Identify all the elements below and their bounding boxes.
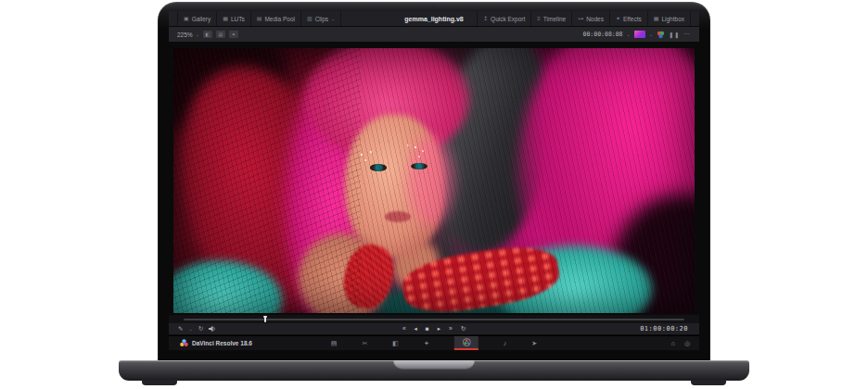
nodes-icon: ⊶ bbox=[578, 16, 583, 21]
transport-bar: ✎ ⌄ ↻ « ◂ ■ ▸ » ↻ 01:00:00:20 bbox=[169, 323, 699, 335]
gallery-label: Gallery bbox=[192, 16, 211, 22]
gallery-button[interactable]: ▣ Gallery bbox=[177, 11, 217, 26]
split-screen-toggle-button[interactable]: ▤ bbox=[216, 31, 225, 38]
laptop-screen: ▣ Gallery ▦ LUTs ▤ Media Pool ▥ Clips bbox=[169, 11, 699, 350]
viewer-toolbar: 225% ⌄ ◧ ▤ ✦ Timeline 1 ⌄ bbox=[169, 27, 699, 43]
edit-page-button[interactable]: ◧ bbox=[392, 336, 399, 350]
rubber-foot bbox=[691, 380, 726, 385]
toolbar-right-group: ↥ Quick Export ≡ Timeline ⊶ Nodes ✦ Effe… bbox=[477, 11, 691, 26]
color-page-button-active[interactable] bbox=[454, 336, 479, 350]
gallery-icon: ▣ bbox=[184, 16, 189, 21]
viewer-toolbar-left: 225% ⌄ ◧ ▤ ✦ bbox=[177, 27, 238, 42]
play-button[interactable]: ▸ bbox=[438, 326, 440, 333]
dual-viewer-icon[interactable]: ❚❚ bbox=[669, 31, 680, 38]
wipe-toggle-icon: ◧ bbox=[205, 31, 210, 37]
viewer-image[interactable] bbox=[173, 48, 695, 313]
loop-mode-button[interactable]: ↻ bbox=[198, 325, 203, 333]
timeline-panel-label: Timeline bbox=[543, 16, 566, 22]
project-settings-icon[interactable]: ◎ bbox=[684, 340, 690, 347]
playhead[interactable] bbox=[264, 316, 266, 322]
page-navigation-bar: DaVinci Resolve 18.6 ▤ ✂ ◧ ✦ bbox=[169, 335, 699, 350]
chevron-down-icon[interactable]: ⌄ bbox=[188, 326, 192, 332]
cut-page-icon: ✂ bbox=[362, 340, 367, 347]
deliver-page-button[interactable]: ➤ bbox=[531, 336, 537, 350]
split-screen-icon: ▤ bbox=[218, 31, 223, 37]
chevron-down-icon: ⌄ bbox=[331, 16, 335, 21]
nodes-label: Nodes bbox=[586, 16, 604, 22]
viewer-zoom-value: 225% bbox=[177, 31, 193, 38]
viewer-toolbar-right: 00:00:08:08 ⌄ ⌄ ❚❚ ⋯ bbox=[582, 31, 691, 39]
app-name-label: DaVinci Resolve 18.6 bbox=[192, 340, 252, 346]
stop-button[interactable]: ■ bbox=[426, 326, 429, 333]
luts-icon: ▦ bbox=[223, 16, 228, 21]
media-page-button[interactable]: ▤ bbox=[331, 336, 338, 350]
still-thumbnail-icon[interactable] bbox=[634, 31, 645, 38]
highlight-toggle-button[interactable]: ✦ bbox=[229, 31, 238, 38]
highlight-icon: ✦ bbox=[232, 31, 236, 37]
media-pool-label: Media Pool bbox=[264, 16, 295, 22]
timeline-panel-button[interactable]: ≡ Timeline bbox=[531, 11, 572, 26]
macbook-lid: ▣ Gallery ▦ LUTs ▤ Media Pool ▥ Clips bbox=[158, 2, 710, 361]
effects-icon: ✦ bbox=[616, 16, 620, 21]
toolbar-left-group: ▣ Gallery ▦ LUTs ▤ Media Pool ▥ Clips bbox=[177, 11, 341, 26]
project-manager-home-icon[interactable]: ⌂ bbox=[671, 340, 675, 347]
media-pool-icon: ▤ bbox=[257, 16, 262, 21]
lightbox-label: Lightbox bbox=[661, 16, 684, 22]
webcam-icon bbox=[432, 6, 435, 8]
timeline-icon: ≡ bbox=[537, 16, 541, 21]
fairlight-page-icon: ♪ bbox=[504, 340, 507, 346]
annotate-tool-button[interactable]: ✎ bbox=[178, 325, 183, 333]
luts-button[interactable]: ▦ LUTs bbox=[217, 11, 250, 26]
viewer-tools: ✎ ⌄ ↻ bbox=[178, 325, 216, 333]
nodes-button[interactable]: ⊶ Nodes bbox=[572, 11, 610, 26]
status-bar-right: ⌂ ◎ bbox=[671, 340, 690, 347]
luts-label: LUTs bbox=[231, 16, 245, 22]
speaker-icon[interactable] bbox=[209, 325, 216, 333]
app-brand: DaVinci Resolve 18.6 bbox=[180, 339, 252, 347]
top-toolbar: ▣ Gallery ▦ LUTs ▤ Media Pool ▥ Clips bbox=[169, 11, 699, 27]
page-background: ▣ Gallery ▦ LUTs ▤ Media Pool ▥ Clips bbox=[0, 0, 868, 389]
viewer-panel bbox=[169, 43, 699, 315]
effects-button[interactable]: ✦ Effects bbox=[610, 11, 648, 26]
deliver-page-icon: ➤ bbox=[531, 340, 537, 347]
cut-page-button[interactable]: ✂ bbox=[362, 336, 367, 350]
edit-page-icon: ◧ bbox=[392, 340, 399, 347]
macbook-base bbox=[119, 360, 749, 381]
page-tabs: ▤ ✂ ◧ ✦ bbox=[331, 336, 537, 350]
playhead-timecode: 01:00:00:20 bbox=[640, 325, 688, 333]
clips-icon: ▥ bbox=[307, 16, 313, 21]
chevron-down-icon[interactable]: ⌄ bbox=[649, 31, 653, 37]
step-back-button[interactable]: ◂ bbox=[415, 326, 417, 333]
lightbox-button[interactable]: ▦ Lightbox bbox=[648, 11, 691, 26]
fairlight-page-button[interactable]: ♪ bbox=[504, 336, 507, 350]
clips-button[interactable]: ▥ Clips ⌄ bbox=[301, 11, 341, 26]
project-title: gemma_lighting.v8 bbox=[404, 11, 463, 27]
loop-playback-button[interactable]: ↻ bbox=[461, 326, 466, 333]
color-page-icon bbox=[462, 338, 470, 346]
chevron-down-icon[interactable]: ⌄ bbox=[627, 31, 631, 37]
quick-export-button[interactable]: ↥ Quick Export bbox=[477, 11, 531, 26]
go-to-first-frame-button[interactable]: « bbox=[402, 326, 406, 333]
viewer-zoom-select[interactable]: 225% ⌄ bbox=[177, 31, 199, 38]
transport-controls: « ◂ ■ ▸ » ↻ bbox=[402, 326, 466, 333]
davinci-resolve-logo-icon bbox=[180, 339, 188, 347]
chevron-down-icon: ⌄ bbox=[196, 31, 199, 37]
media-page-icon: ▤ bbox=[331, 340, 338, 347]
scrubber-track[interactable] bbox=[184, 319, 684, 320]
go-to-last-frame-button[interactable]: » bbox=[449, 326, 453, 333]
fusion-page-button[interactable]: ✦ bbox=[424, 336, 429, 350]
clips-label: Clips bbox=[315, 16, 328, 22]
timeline-scrubber[interactable] bbox=[169, 315, 699, 323]
lightbox-icon: ▦ bbox=[654, 16, 659, 21]
quick-export-icon: ↥ bbox=[483, 16, 488, 21]
lid-opening-notch bbox=[393, 360, 475, 370]
media-pool-button[interactable]: ▤ Media Pool bbox=[251, 11, 301, 26]
rubber-foot bbox=[142, 380, 177, 385]
photo-vignette bbox=[173, 48, 695, 313]
fusion-page-icon: ✦ bbox=[424, 340, 429, 347]
scopes-icon[interactable] bbox=[657, 31, 665, 39]
effects-label: Effects bbox=[623, 16, 642, 22]
quick-export-label: Quick Export bbox=[491, 16, 525, 22]
more-options-icon[interactable]: ⋯ bbox=[683, 31, 691, 38]
wipe-toggle-button[interactable]: ◧ bbox=[203, 31, 212, 38]
